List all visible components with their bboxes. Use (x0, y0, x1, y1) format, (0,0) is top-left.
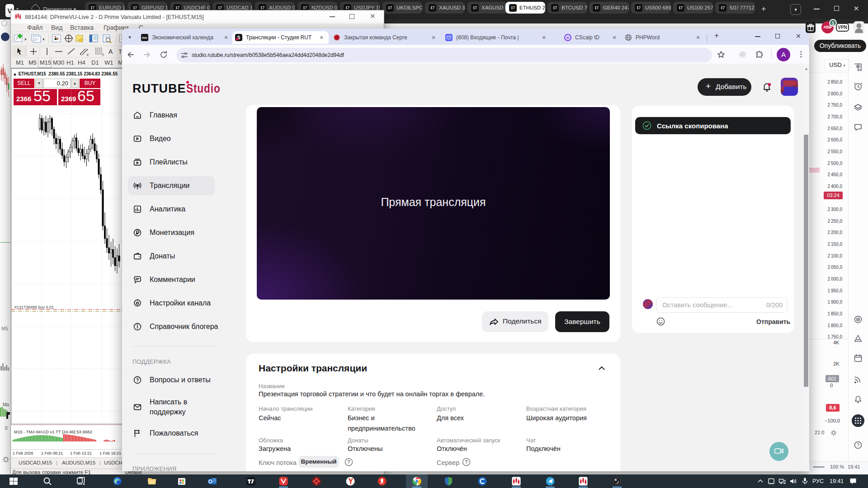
svg-text:?: ? (465, 459, 467, 465)
svg-text:?: ? (347, 459, 350, 465)
svg-text:F: F (102, 53, 104, 56)
svg-text:A: A (108, 48, 113, 55)
svg-text:T: T (118, 48, 122, 55)
svg-text:?: ? (136, 378, 139, 383)
svg-text:?: ? (857, 442, 859, 448)
svg-text:E: E (87, 53, 89, 56)
